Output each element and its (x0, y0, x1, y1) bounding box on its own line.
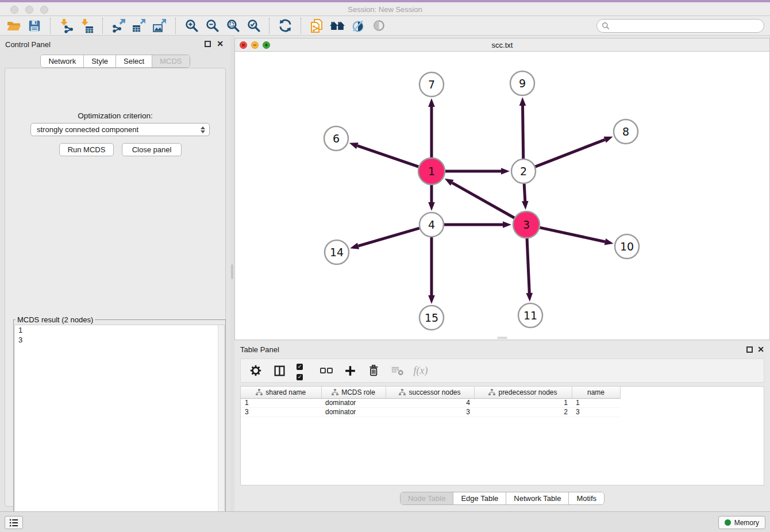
deselect-all-button[interactable] (319, 364, 333, 377)
graph-edge-1-6[interactable] (357, 146, 418, 167)
list-icon (9, 518, 19, 527)
toolbar-separator (301, 18, 301, 34)
graph-arrowhead (428, 202, 435, 211)
toolbar-separator (269, 18, 270, 34)
table-row[interactable]: 1dominator411 (241, 398, 620, 407)
tab-network-table[interactable]: Network Table (506, 492, 569, 504)
select-all-button[interactable]: ✓✓ (296, 364, 310, 377)
table-cell[interactable]: 3 (572, 407, 620, 417)
memory-label: Memory (734, 519, 759, 527)
zoom-in-button[interactable] (181, 17, 202, 34)
close-panel-button[interactable]: Close panel (122, 143, 182, 156)
column-header-mcds-role[interactable]: MCDS role (321, 387, 386, 398)
table-cell[interactable]: 4 (386, 398, 474, 407)
control-panel: Control Panel ✕ Network Style Select MCD… (0, 36, 230, 511)
search-icon (602, 22, 610, 30)
export-network-icon (111, 18, 126, 33)
table-panel: Table Panel ✕ ✓✓ f(x) (234, 341, 770, 511)
graph-edge-2-3[interactable] (524, 184, 525, 201)
tab-style[interactable]: Style (84, 55, 116, 67)
window-title: Session: New Session (0, 5, 770, 14)
tab-motifs[interactable]: Motifs (569, 492, 604, 504)
open-session-button[interactable] (3, 17, 24, 34)
close-table-panel-icon[interactable]: ✕ (757, 345, 764, 354)
tab-node-table[interactable]: Node Table (401, 492, 454, 504)
graph-edge-3-11[interactable] (527, 238, 529, 293)
show-all-networks-button[interactable] (327, 17, 348, 34)
search-input[interactable] (613, 22, 759, 30)
table-cell[interactable]: dominator (321, 398, 386, 407)
show-panels-button[interactable] (5, 516, 23, 529)
delete-table-button[interactable] (390, 364, 404, 377)
result-scrollbar[interactable] (218, 325, 224, 531)
titlebar: Session: New Session (0, 0, 770, 16)
export-image-button[interactable] (149, 17, 170, 34)
table-cell[interactable]: dominator (321, 407, 386, 417)
control-panel-title: Control Panel (5, 40, 51, 49)
network-table-splitter[interactable] (497, 337, 507, 339)
main-toolbar (0, 16, 770, 36)
table-cell[interactable]: 3 (386, 407, 474, 417)
graph-node-label: 9 (519, 77, 526, 90)
toolbar-separator (102, 18, 103, 34)
export-table-button[interactable] (129, 17, 149, 34)
tab-network[interactable]: Network (41, 55, 84, 67)
hide-network-button[interactable] (348, 17, 368, 34)
save-icon (28, 19, 41, 33)
network-canvas[interactable]: 7968124314101511 (235, 52, 769, 340)
table-panel-tabs: Node Table Edge Table Network Table Moti… (234, 492, 770, 505)
graph-arrowhead (428, 98, 435, 107)
panel-splitter[interactable] (230, 36, 234, 511)
table-cell[interactable]: 3 (241, 407, 321, 417)
plus-icon (344, 365, 356, 377)
table-cell[interactable]: 2 (474, 407, 572, 417)
save-session-button[interactable] (24, 17, 45, 34)
table-cell[interactable]: 1 (474, 398, 572, 407)
run-mcds-button[interactable]: Run MCDS (59, 143, 114, 156)
float-table-panel-icon[interactable] (746, 346, 753, 353)
zoom-out-icon (205, 18, 220, 33)
column-header-predecessor-nodes[interactable]: predecessor nodes (474, 387, 572, 398)
tab-edge-table[interactable]: Edge Table (453, 492, 506, 504)
duplicate-network-icon (309, 18, 324, 33)
table-settings-button[interactable] (249, 364, 263, 377)
refresh-layout-button[interactable] (275, 17, 295, 34)
criterion-dropdown[interactable]: strongly connected component (30, 123, 210, 136)
import-network-button[interactable] (56, 17, 76, 34)
function-builder-button[interactable]: f(x) (414, 364, 428, 377)
float-panel-icon[interactable] (205, 41, 211, 47)
tab-mcds[interactable]: MCDS (152, 55, 189, 67)
column-type-icon (488, 389, 495, 396)
table-cell[interactable]: 1 (241, 398, 321, 407)
import-table-button[interactable] (76, 17, 97, 34)
table-cell[interactable]: 1 (572, 398, 620, 407)
column-header-shared-name[interactable]: shared name (241, 387, 321, 398)
graph-node-label: 15 (425, 311, 438, 324)
column-header-name[interactable]: name (572, 387, 620, 398)
birdseye-view-button[interactable] (368, 17, 389, 34)
close-panel-icon[interactable]: ✕ (217, 39, 224, 48)
export-network-button[interactable] (108, 17, 129, 34)
zoom-selected-button[interactable] (243, 17, 264, 34)
zoom-selected-icon (247, 18, 261, 33)
table-header-row: shared name MCDS role successor nodes pr… (241, 387, 620, 398)
delete-column-button[interactable] (367, 364, 380, 377)
duplicate-network-button[interactable] (306, 17, 327, 34)
graph-edge-3-1[interactable] (452, 183, 514, 218)
graph-node-label: 3 (523, 218, 530, 231)
memory-button[interactable]: Memory (718, 516, 765, 529)
zoom-fit-button[interactable] (222, 17, 243, 34)
graph-edge-2-8[interactable] (536, 140, 605, 167)
mcds-result-area[interactable]: 1 3 (14, 325, 225, 531)
zoom-in-icon (184, 18, 199, 33)
column-header-successor-nodes[interactable]: successor nodes (386, 387, 474, 398)
tab-select[interactable]: Select (116, 55, 152, 67)
show-columns-button[interactable] (272, 364, 286, 377)
zoom-out-button[interactable] (202, 17, 222, 34)
graph-node-label: 4 (428, 218, 435, 231)
graph-edge-3-10[interactable] (540, 228, 605, 242)
graph-edge-4-14[interactable] (358, 228, 419, 246)
table-row[interactable]: 3dominator323 (241, 407, 620, 417)
graph-edge-2-9[interactable] (523, 106, 523, 159)
add-column-button[interactable] (343, 364, 357, 377)
